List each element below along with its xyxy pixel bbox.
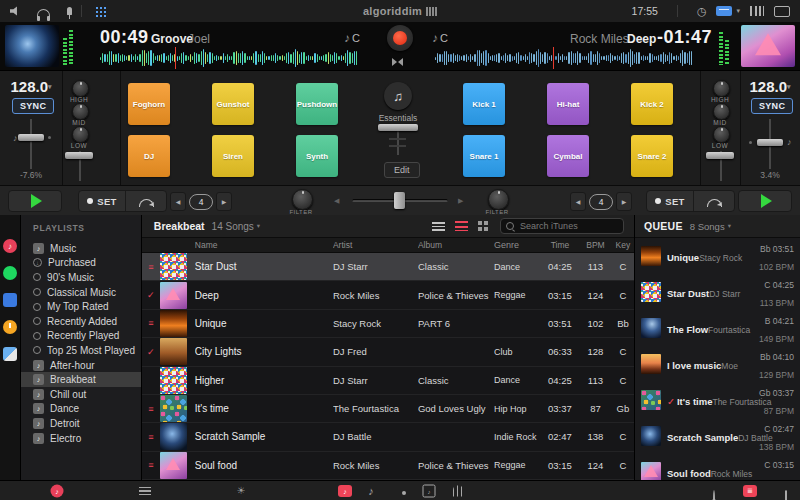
sidebar-item-electro[interactable]: Electro (21, 431, 141, 446)
sample-pad[interactable]: Hi-hat (547, 83, 589, 125)
column-name[interactable]: Name (195, 240, 333, 250)
table-row[interactable]: Soul food Rock Miles Police & Thieves Re… (142, 452, 634, 480)
sample-pad[interactable]: Synth (296, 135, 338, 177)
deck-a-eq-mid-knob[interactable] (72, 103, 89, 120)
deck-a-filter-knob[interactable] (292, 189, 313, 210)
sample-pad[interactable]: Gunshot (212, 83, 254, 125)
deck-b-eq-high-knob[interactable] (713, 80, 730, 97)
column-bpm[interactable]: BPM (579, 240, 612, 250)
sampler-pack-icon[interactable]: ♫ (384, 82, 412, 110)
deck-a-eq-high-knob[interactable] (72, 80, 89, 97)
sidebar-item-after-hour[interactable]: After-hour (21, 358, 141, 373)
dr awer-icon[interactable] (785, 490, 787, 500)
search-input[interactable] (518, 220, 612, 232)
column-genre[interactable]: Genre (494, 240, 541, 250)
speaker-icon[interactable] (10, 6, 22, 16)
loop-increase-button[interactable]: ▶ (216, 192, 232, 211)
display-icon[interactable] (774, 6, 790, 17)
sample-pad[interactable]: Snare 2 (631, 135, 673, 177)
disc-icon[interactable] (713, 490, 715, 500)
table-row[interactable]: Scratch Sample DJ Battle Indie Rock 02:4… (142, 423, 634, 451)
deck-a-play-button[interactable] (8, 190, 62, 212)
sidebar-item-chill-out[interactable]: Chill out (21, 387, 141, 402)
grid-view-icon[interactable] (95, 6, 106, 17)
table-row[interactable]: It's time The Fourtastica God Loves Ugly… (142, 395, 634, 423)
sidebar-item-purchased[interactable]: Purchased (21, 256, 141, 271)
record-button[interactable] (387, 25, 413, 51)
deck-a-sync-button[interactable]: SYNC (12, 98, 54, 114)
column-artist[interactable]: Artist (333, 240, 418, 250)
brightness-icon[interactable]: ☀ (237, 486, 246, 496)
queue-item[interactable]: UniqueStacy Rock Bb 03:51102 BPM (635, 238, 800, 274)
loop-decrease-button[interactable]: ◀ (170, 192, 186, 211)
deck-b-loop-length[interactable]: 4 (589, 194, 613, 210)
sample-pad[interactable]: Cymbal (547, 135, 589, 177)
song-count[interactable]: 14 Songs (212, 221, 254, 232)
loop-decrease-button[interactable]: ◀ (570, 192, 586, 211)
sample-pad[interactable]: Siren (212, 135, 254, 177)
table-row[interactable]: Unique Stacy Rock PART 6 03:51 102 Bb (142, 310, 634, 338)
grid-view-icon[interactable] (478, 221, 482, 225)
columns-icon[interactable] (750, 6, 764, 16)
search-box[interactable] (500, 218, 624, 234)
column-time[interactable]: Time (541, 240, 579, 250)
artwork-list-view-icon[interactable] (455, 221, 468, 231)
sample-pad[interactable]: Kick 1 (463, 83, 505, 125)
deck-b-set-cue-button[interactable]: SET (647, 191, 694, 211)
sample-pad[interactable]: Kick 2 (631, 83, 673, 125)
deck-a-set-cue-button[interactable]: SET (79, 191, 126, 211)
loop-increase-button[interactable]: ▶ (616, 192, 632, 211)
up-next-icon[interactable] (139, 487, 151, 495)
genre-strings-icon[interactable] (453, 486, 463, 497)
deck-a-jump-cue-button[interactable] (126, 191, 166, 211)
sample-pad[interactable]: Pushdown (296, 83, 338, 125)
deck-b-eq-low-knob[interactable] (713, 126, 730, 143)
music-note-icon[interactable]: ♪ (368, 486, 374, 497)
timer-icon[interactable]: ◷ (697, 6, 707, 17)
video-source-icon[interactable] (3, 293, 17, 307)
column-key[interactable]: Key (612, 240, 634, 250)
deck-a-bpm-display[interactable]: 128.0▾ (0, 78, 62, 95)
itunes-source-icon[interactable]: ♪ (3, 239, 17, 253)
table-row[interactable]: Deep Rock Miles Police & Thieves Reggae … (142, 281, 634, 309)
sidebar-item-90s-music[interactable]: 90's Music (21, 270, 141, 285)
list-view-icon[interactable] (432, 222, 445, 231)
table-row[interactable]: Higher DJ Starr Classic Dance 04:25 113 … (142, 367, 634, 395)
queue-count[interactable]: 8 Songs (690, 221, 725, 232)
sampler-edit-button[interactable]: Edit (384, 162, 420, 178)
deck-a-loop-length[interactable]: 4 (189, 194, 213, 210)
deck-b-sync-button[interactable]: SYNC (751, 98, 793, 114)
layout-toggle-icon[interactable] (716, 6, 732, 16)
sidebar-item-my-top-rated[interactable]: My Top Rated (21, 299, 141, 314)
queue-item[interactable]: The FlowFourtastica B 04:21149 BPM (635, 310, 800, 346)
sample-pad[interactable]: Foghorn (128, 83, 170, 125)
table-row[interactable]: Star Dust DJ Starr Classic Dance 04:25 1… (142, 253, 634, 281)
history-source-icon[interactable] (3, 320, 17, 334)
deck-b-bpm-display[interactable]: 128.0▾ (740, 78, 800, 95)
queue-list-active-icon[interactable]: ≣ (743, 485, 757, 497)
sidebar-item-detroit[interactable]: Detroit (21, 416, 141, 431)
artwork-source-icon[interactable] (3, 347, 17, 361)
sidebar-item-classical-music[interactable]: Classical Music (21, 285, 141, 300)
crossfader-handle[interactable] (394, 192, 405, 209)
deck-b-waveform[interactable] (435, 49, 695, 67)
queue-item[interactable]: I love musicMoe Bb 04:10129 BPM (635, 346, 800, 382)
media-library-active-icon[interactable]: ♪ (338, 485, 352, 497)
column-album[interactable]: Album (418, 240, 494, 250)
sidebar-item-dance[interactable]: Dance (21, 402, 141, 417)
deck-a-waveform[interactable] (100, 49, 360, 67)
sidebar-item-music[interactable]: Music (21, 241, 141, 256)
deck-b-tempo-fader[interactable] (757, 139, 783, 146)
music-library-icon[interactable]: ♪ (51, 485, 64, 498)
sidebar-item-recently-added[interactable]: Recently Added (21, 314, 141, 329)
deck-b-jump-cue-button[interactable] (694, 191, 734, 211)
deck-a-tempo-fader[interactable] (18, 134, 44, 141)
deck-b-eq-mid-knob[interactable] (713, 103, 730, 120)
headphones-icon[interactable] (37, 9, 50, 18)
deck-b-filter-knob[interactable] (488, 189, 509, 210)
spotify-source-icon[interactable] (3, 266, 17, 280)
queue-item[interactable]: ✓It's timeThe Fourtastica Gb 03:3787 BPM (635, 382, 800, 418)
sampler-volume-fader[interactable] (378, 124, 418, 131)
sidebar-item-top-25-most-played[interactable]: Top 25 Most Played (21, 343, 141, 358)
sidebar-item-recently-played[interactable]: Recently Played (21, 329, 141, 344)
